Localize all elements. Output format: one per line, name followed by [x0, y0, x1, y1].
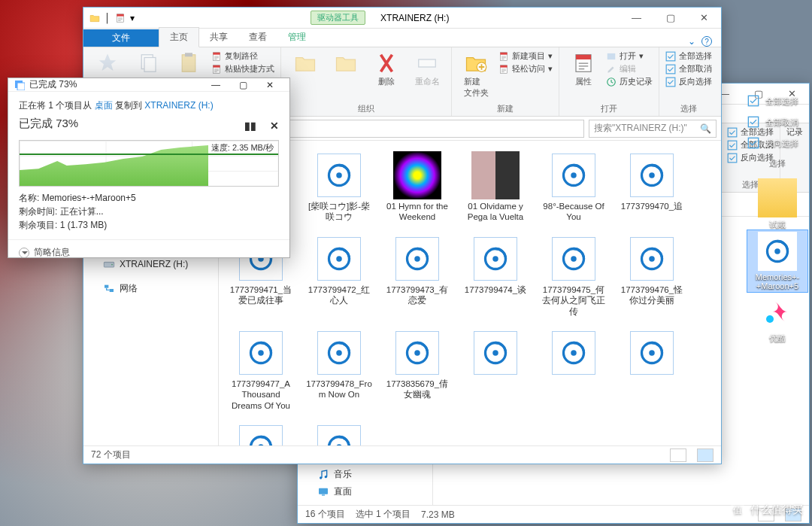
search-input[interactable]: 搜索"XTRAINERZ (H:)"🔍 [589, 120, 717, 138]
desktop-icons: 全部选择 全部取消 反向选择 选择 试戴Memories+-+Maroon+5优… [747, 95, 807, 344]
copy-details: 名称: Memories+-+Maroon+5 剩余时间: 正在计算... 剩余… [19, 191, 279, 232]
speed-label: 速度: 2.35 MB/秒 [210, 142, 275, 154]
ribbon-overflow-select-none[interactable]: 全部取消 [747, 116, 807, 128]
qat-icon[interactable] [115, 13, 126, 23]
file-item[interactable]: 1773799474_谈 [458, 232, 533, 320]
watermark: 值什么值得买 [729, 502, 803, 518]
svg-rect-15 [144, 58, 156, 72]
copy-button[interactable] [130, 50, 166, 76]
file-item[interactable]: 98°-Because Of You [536, 148, 611, 226]
pin-button[interactable] [89, 50, 126, 76]
select-all[interactable]: 全部选择 [665, 50, 712, 62]
file-item[interactable]: [柴咲コウ]影-柴咲コウ [301, 148, 377, 226]
tab-manage[interactable]: 管理 [277, 28, 317, 47]
ribbon-overflow-select-all[interactable]: 全部选择 [747, 95, 807, 107]
status-bar: 72 个项目 [83, 445, 721, 464]
copy-to[interactable] [328, 50, 364, 76]
titlebar[interactable]: │ ▾ 驱动器工具 XTRAINERZ (H:) — ▢ ✕ [83, 8, 721, 29]
file-item[interactable]: 1773799472_红心人 [301, 232, 377, 320]
file-grid[interactable]: [][月之恋人]Love.Rain[柴咲コウ]影-柴咲コウ01 Hymn for… [219, 141, 721, 445]
tree-item[interactable]: 音乐 [298, 466, 432, 483]
close-button[interactable]: ✕ [687, 8, 721, 29]
file-item[interactable]: 01 Hymn for the Weekend [380, 148, 455, 226]
toggle-details[interactable]: 简略信息 [8, 239, 289, 265]
file-item[interactable]: 1773799473_有恋爱 [380, 232, 455, 320]
group-organize-label: 组织 [287, 102, 445, 114]
file-item[interactable]: 1773835679_倩女幽魂 [380, 326, 455, 414]
tree-item[interactable]: 网络 [83, 280, 218, 297]
window-title: XTRAINERZ (H:) [380, 13, 449, 23]
new-item[interactable]: 新建项目 ▾ [498, 50, 553, 62]
svg-rect-19 [607, 53, 616, 59]
file-item[interactable]: 1773799478_From Now On [301, 326, 377, 414]
desktop-icon[interactable]: 优酷 [747, 292, 807, 344]
paste-button[interactable] [171, 50, 207, 76]
new-folder-button[interactable]: 新建 文件夹 [458, 50, 494, 100]
edit-button[interactable]: 编辑 [606, 63, 653, 74]
tab-file[interactable]: 文件 [83, 29, 159, 47]
svg-rect-16 [182, 55, 195, 72]
drive-tools-tab[interactable]: 驱动器工具 [311, 11, 365, 25]
qat-dropdown[interactable]: ▾ [130, 13, 135, 23]
move-to[interactable] [287, 50, 323, 76]
percent-complete: 已完成 73% [19, 117, 78, 131]
copy-path[interactable]: 复制路径 [211, 50, 274, 62]
tab-home[interactable]: 主页 [159, 27, 199, 47]
item-count: 72 个项目 [91, 448, 131, 461]
file-item[interactable] [458, 326, 533, 414]
rename-button[interactable]: 重命名 [409, 50, 445, 89]
search-icon[interactable]: 🔍 [700, 123, 711, 134]
file-item[interactable]: 1773799476_怪你过分美丽 [614, 232, 689, 320]
ribbon-overflow-invert[interactable]: 反向选择 [747, 137, 807, 149]
tab-share[interactable]: 共享 [199, 28, 238, 47]
file-item[interactable]: 1773799477_A Thousand Dreams Of You [223, 326, 298, 414]
file-item[interactable] [301, 420, 377, 445]
view-icons-button[interactable] [697, 448, 714, 462]
group-open-label: 打开 [565, 102, 653, 114]
group-new-label: 新建 [458, 102, 553, 114]
easy-access[interactable]: 轻松访问 ▾ [498, 63, 553, 74]
tab-view[interactable]: 查看 [238, 28, 277, 47]
view-details-button[interactable] [670, 448, 686, 462]
dialog-min-button[interactable]: — [202, 80, 229, 90]
dialog-close-button[interactable]: ✕ [256, 80, 283, 90]
dialog-max-button[interactable]: ▢ [229, 80, 256, 90]
file-item[interactable]: 01 Olvidame y Pega la Vuelta [458, 148, 533, 226]
max-button[interactable]: ▢ [653, 8, 687, 29]
svg-rect-17 [185, 53, 192, 56]
selection-info: 选中 1 个项目 [356, 508, 411, 521]
copy-dialog-icon [14, 80, 25, 90]
group-select-label: 选择 [665, 102, 712, 114]
svg-rect-22 [17, 83, 25, 90]
speed-graph: 速度: 2.35 MB/秒 [19, 140, 279, 187]
dialog-title: 已完成 73% [29, 78, 198, 91]
file-item[interactable] [223, 420, 298, 445]
copy-progress-dialog[interactable]: 已完成 73% —▢✕ 正在将 1 个项目从 桌面 复制到 XTRAINERZ … [8, 78, 290, 258]
properties-button[interactable]: 属性 [565, 50, 601, 89]
desktop-icon[interactable]: 试戴 [747, 178, 807, 230]
select-none[interactable]: 全部取消 [665, 63, 712, 74]
file-item[interactable] [614, 326, 689, 414]
tree-item[interactable]: 直面 [298, 483, 432, 500]
ribbon-tabs: 文件 主页 共享 查看 管理 ⌄? [83, 29, 721, 47]
pause-button[interactable]: ▮▮ [244, 120, 256, 132]
delete-button[interactable]: 删除 [368, 50, 404, 89]
item-count: 16 个项目 [305, 508, 345, 521]
chevron-down-icon [19, 248, 29, 258]
qat-divider: │ [105, 13, 111, 23]
file-item[interactable] [536, 326, 611, 414]
file-item[interactable]: 1773799475_何去何从之阿飞正传 [536, 232, 611, 320]
help-icon[interactable]: ? [701, 36, 712, 47]
cancel-button[interactable]: ✕ [270, 120, 279, 132]
app-icon [89, 13, 100, 23]
ribbon-collapse-icon[interactable]: ⌄ [688, 36, 695, 47]
min-button[interactable]: — [620, 8, 653, 29]
desktop-icon[interactable]: Memories+-+Maroon+5 [747, 230, 807, 292]
file-item[interactable]: 1773799470_追 [614, 148, 689, 226]
select-invert[interactable]: 反向选择 [665, 76, 712, 87]
svg-point-23 [766, 315, 774, 323]
history-button[interactable]: 历史记录 [606, 76, 653, 87]
open-button[interactable]: 打开 ▾ [606, 50, 653, 62]
copy-summary-line: 正在将 1 个项目从 桌面 复制到 XTRAINERZ (H:) [19, 99, 279, 112]
paste-shortcut[interactable]: 粘贴快捷方式 [211, 63, 274, 74]
